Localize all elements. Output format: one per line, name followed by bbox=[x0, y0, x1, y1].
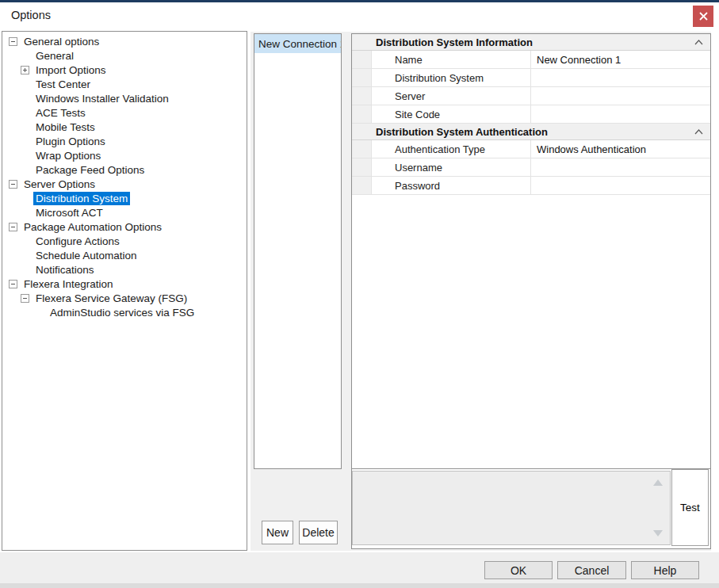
property-row-username: Username bbox=[352, 158, 710, 177]
expand-icon[interactable] bbox=[21, 63, 33, 77]
tree-item-label: General bbox=[33, 49, 76, 63]
tree-item-label: Import Options bbox=[33, 63, 109, 77]
tree-item-ace-tests[interactable]: ACE Tests bbox=[21, 105, 247, 120]
row-gutter bbox=[352, 140, 372, 158]
tree-item-test-center[interactable]: Test Center bbox=[21, 77, 247, 91]
cancel-button[interactable]: Cancel bbox=[557, 561, 626, 579]
tree-item-notifications[interactable]: Notifications bbox=[21, 262, 247, 277]
tree-item-label: Microsoft ACT bbox=[33, 206, 105, 220]
property-value-field[interactable] bbox=[531, 177, 710, 194]
collapse-icon[interactable] bbox=[9, 177, 21, 191]
tree-item-adminstudio-services-via-fsg[interactable]: AdminStudio services via FSG bbox=[35, 305, 247, 319]
tree-item-label: AdminStudio services via FSG bbox=[48, 306, 197, 319]
tree-indent bbox=[21, 234, 33, 248]
property-label: Distribution System bbox=[372, 69, 531, 86]
property-label: Site Code bbox=[372, 105, 531, 123]
tree-indent bbox=[21, 91, 33, 105]
tree-item-label: Distribution System bbox=[33, 192, 130, 205]
section-title: Distribution System Authentication bbox=[376, 126, 548, 138]
tree-item-label: Test Center bbox=[33, 78, 93, 91]
tree-item-label: Package Feed Options bbox=[33, 163, 147, 177]
property-label: Password bbox=[372, 177, 531, 194]
help-button[interactable]: Help bbox=[631, 561, 699, 579]
tree-indent bbox=[21, 248, 33, 262]
tree-item-mobile-tests[interactable]: Mobile Tests bbox=[21, 120, 247, 134]
tree-item-label: Schedule Automation bbox=[33, 249, 140, 262]
tree-item-label: Configure Actions bbox=[33, 235, 122, 248]
tree-item-microsoft-act[interactable]: Microsoft ACT bbox=[21, 205, 247, 220]
tree-indent bbox=[21, 105, 33, 120]
chevron-up-icon[interactable] bbox=[694, 129, 703, 135]
section-header-distribution-system-authentication[interactable]: Distribution System Authentication bbox=[352, 124, 710, 140]
tree-item-distribution-system[interactable]: Distribution System bbox=[21, 191, 247, 205]
tree-item-general-options[interactable]: General options bbox=[9, 34, 247, 48]
property-value-field[interactable]: Windows Authentication bbox=[531, 140, 710, 158]
tree-item-label: Wrap Options bbox=[33, 149, 103, 162]
tree-item-label: Flexera Integration bbox=[21, 277, 116, 291]
property-value-field[interactable] bbox=[531, 87, 710, 105]
collapse-icon[interactable] bbox=[9, 34, 21, 48]
tree-item-label: Plugin Options bbox=[33, 135, 108, 148]
tree-item-flexera-service-gateway-fsg[interactable]: Flexera Service Gateway (FSG) bbox=[21, 291, 247, 305]
delete-connection-button[interactable]: Delete bbox=[299, 521, 338, 544]
property-row-password: Password bbox=[352, 177, 710, 195]
close-button[interactable] bbox=[693, 6, 713, 27]
property-label: Name bbox=[372, 51, 531, 68]
row-gutter bbox=[352, 69, 372, 86]
options-tree: General optionsGeneralImport OptionsTest… bbox=[2, 31, 247, 551]
tree-item-configure-actions[interactable]: Configure Actions bbox=[21, 234, 247, 248]
property-value-field[interactable] bbox=[531, 105, 710, 123]
footer-bar: OK Cancel Help bbox=[0, 552, 719, 588]
property-value-field[interactable] bbox=[531, 158, 710, 176]
test-connection-button[interactable]: Test bbox=[671, 469, 709, 546]
scroll-down-icon[interactable] bbox=[653, 530, 663, 536]
chevron-up-icon[interactable] bbox=[694, 40, 703, 45]
section-header-distribution-system-information[interactable]: Distribution System Information bbox=[352, 34, 710, 51]
tree-indent bbox=[21, 205, 33, 220]
connection-list-item[interactable]: New Connection 1 bbox=[254, 34, 341, 53]
property-value-field[interactable]: New Connection 1 bbox=[531, 51, 710, 68]
tree-item-flexera-integration[interactable]: Flexera Integration bbox=[9, 277, 247, 291]
section-title: Distribution System Information bbox=[376, 36, 533, 48]
tree-item-label: Flexera Service Gateway (FSG) bbox=[33, 292, 189, 305]
tree-indent bbox=[21, 262, 33, 277]
collapse-icon[interactable] bbox=[9, 220, 21, 234]
tree-indent bbox=[21, 120, 33, 134]
tree-item-package-automation-options[interactable]: Package Automation Options bbox=[9, 220, 247, 234]
tree-item-wrap-options[interactable]: Wrap Options bbox=[21, 148, 247, 162]
tree-item-schedule-automation[interactable]: Schedule Automation bbox=[21, 248, 247, 262]
tree-indent bbox=[21, 162, 33, 177]
row-gutter bbox=[352, 158, 372, 176]
property-label: Authentication Type bbox=[372, 140, 531, 158]
tree-item-windows-installer-validation[interactable]: Windows Installer Validation bbox=[21, 91, 247, 105]
window-title: Options bbox=[11, 9, 51, 21]
tree-item-label: Package Automation Options bbox=[21, 220, 164, 234]
tree-item-import-options[interactable]: Import Options bbox=[21, 63, 247, 77]
row-gutter bbox=[352, 87, 372, 105]
tree-item-label: Server Options bbox=[21, 178, 98, 191]
collapse-icon[interactable] bbox=[9, 277, 21, 291]
options-dialog: { "window": { "title": "Options" }, "col… bbox=[0, 0, 719, 588]
tree-item-label: Mobile Tests bbox=[33, 120, 98, 134]
tree-indent bbox=[21, 77, 33, 91]
property-value-field[interactable] bbox=[531, 69, 710, 86]
tree-indent bbox=[21, 134, 33, 148]
titlebar-accent-line bbox=[0, 0, 719, 2]
tree-item-package-feed-options[interactable]: Package Feed Options bbox=[21, 162, 247, 177]
property-grid: Distribution System InformationNameNew C… bbox=[352, 34, 710, 469]
tree-item-plugin-options[interactable]: Plugin Options bbox=[21, 134, 247, 148]
test-result-box bbox=[352, 471, 671, 545]
tree-item-server-options[interactable]: Server Options bbox=[9, 177, 247, 191]
collapse-icon[interactable] bbox=[21, 291, 33, 305]
tree-item-label: Windows Installer Validation bbox=[33, 92, 171, 105]
property-panel: Distribution System InformationNameNew C… bbox=[351, 33, 711, 549]
tree-item-label: ACE Tests bbox=[33, 106, 88, 120]
property-row-name: NameNew Connection 1 bbox=[352, 51, 710, 69]
ok-button[interactable]: OK bbox=[484, 561, 553, 579]
connections-list[interactable]: New Connection 1 bbox=[254, 33, 342, 469]
tree-item-label: Notifications bbox=[33, 263, 97, 277]
new-connection-button[interactable]: New bbox=[262, 521, 293, 544]
tree-item-general[interactable]: General bbox=[21, 48, 247, 63]
test-region: Test bbox=[352, 469, 710, 548]
scroll-up-icon[interactable] bbox=[653, 479, 663, 486]
